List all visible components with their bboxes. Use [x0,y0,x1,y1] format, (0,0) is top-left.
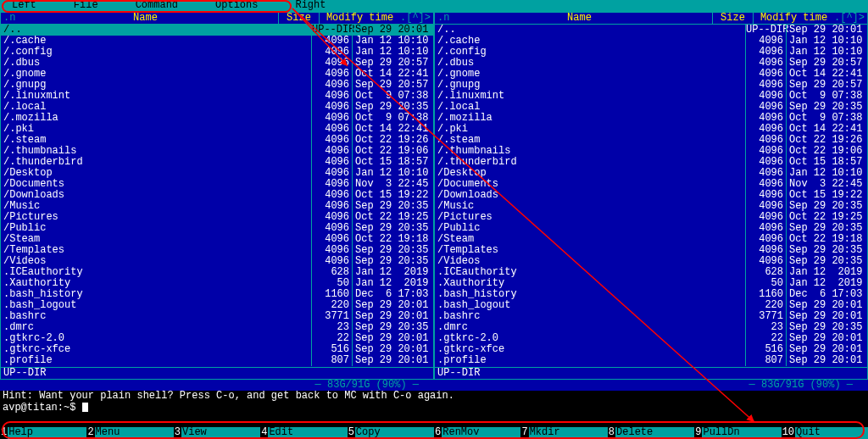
right-rows[interactable]: /..UP--DIRSep 29 20:01/.cache4096Jan 12 … [435,25,867,367]
fkey-num: 10 [782,427,795,439]
header-mtime[interactable]: Modify time [319,13,400,24]
file-name: /Downloads [1,190,311,201]
file-name: /Videos [1,256,311,267]
fkey-label: Help [8,427,33,439]
file-name: /.config [1,47,311,58]
menu-command[interactable]: Command [136,0,178,12]
fkey-view[interactable]: 3View [174,427,260,439]
file-name: .Xauthority [1,278,311,289]
file-name: /Pictures [435,212,745,223]
file-name: .bashrc [1,311,311,322]
fkey-quit[interactable]: 10Quit [782,427,868,439]
file-name: /Steam [1,234,311,245]
fkey-num: 3 [174,427,181,439]
fkey-num: 5 [348,427,355,439]
file-name: /.thumbnails [1,146,311,157]
file-name: /.dbus [1,58,311,69]
file-name: /Desktop [435,168,745,179]
fkey-num: 7 [520,427,528,439]
fkey-copy[interactable]: 5Copy [348,427,434,439]
shell-prompt[interactable]: avp@titan:~$ [0,403,868,414]
fkey-num: 1 [0,427,8,439]
file-name: /Public [435,223,745,234]
fkey-num: 9 [694,427,702,439]
file-mtime: Sep 29 20:01 [786,355,867,366]
fkey-label: Mkdir [529,427,560,439]
file-name: /.. [1,25,311,36]
list-item[interactable]: .profile807Sep 29 20:01 [1,355,433,366]
fkey-label: View [181,427,207,439]
file-name: .gtkrc-xfce [435,344,745,355]
fkey-help[interactable]: 1Help [0,427,86,439]
fkey-num: 4 [260,427,268,439]
header-size[interactable]: Size [278,13,319,24]
file-name: /Public [1,223,311,234]
left-status: UP--DIR [1,367,433,379]
file-name: .gtkrc-xfce [1,344,311,355]
file-name: .gtkrc-2.0 [435,333,745,344]
fkey-menu[interactable]: 2Menu [86,427,173,439]
header-name[interactable]: Name [447,13,712,24]
file-name: /.steam [435,135,745,146]
fkey-label: Menu [95,427,120,439]
file-name: /.linuxmint [435,91,745,102]
file-name: .bash_history [435,289,745,300]
left-diskfree: ─ 83G/91G (90%) ─ [0,380,434,391]
file-name: /.local [1,102,311,113]
file-name: /.pki [435,124,745,135]
fkey-pulldn[interactable]: 9PullDn [694,427,781,439]
file-name: /.cache [435,36,745,47]
fkey-delete[interactable]: 8Delete [608,427,694,439]
file-name: /.thumbnails [435,146,745,157]
file-size: 807 [311,355,352,366]
fkey-num: 6 [434,427,442,439]
left-pane: .nNameSizeModify time.[^]> /..UP--DIRSep… [0,12,434,391]
fkey-label: PullDn [702,427,739,439]
file-name: .ICEauthority [435,267,745,278]
file-name: /.. [435,25,745,36]
file-name: /.linuxmint [1,91,311,102]
file-name: /.local [435,102,745,113]
file-name: .bash_history [1,289,311,300]
header-dotn: .n [1,13,13,24]
file-mtime: Sep 29 20:01 [352,355,433,366]
file-name: .gtkrc-2.0 [1,333,311,344]
file-name: /.thunderbird [435,157,745,168]
header-name[interactable]: Name [13,13,278,24]
file-name: /Music [435,201,745,212]
file-name: /Documents [1,179,311,190]
menu-options[interactable]: Options [215,0,258,12]
fkey-mkdir[interactable]: 7Mkdir [520,427,607,439]
header-corner[interactable]: .[^]> [400,13,433,24]
header-size[interactable]: Size [712,13,753,24]
header-corner[interactable]: .[^]> [834,13,867,24]
menu-left[interactable]: Left [12,0,36,12]
fkey-label: RenMov [442,427,479,439]
right-diskfree: ─ 83G/91G (90%) ─ [434,380,868,391]
file-name: /Downloads [435,190,745,201]
menu-file[interactable]: File [74,0,98,12]
fkey-edit[interactable]: 4Edit [260,427,347,439]
file-name: .profile [435,355,745,366]
list-item[interactable]: .profile807Sep 29 20:01 [435,355,867,366]
fkey-bar: 1Help2Menu3View4Edit5Copy6RenMov7Mkdir8D… [0,427,868,439]
file-name: /.gnupg [435,80,745,91]
header-mtime[interactable]: Modify time [753,13,834,24]
fkey-renmov[interactable]: 6RenMov [434,427,520,439]
file-name: /.mozilla [1,113,311,124]
file-name: .bash_logout [1,300,311,311]
fkey-num: 8 [608,427,615,439]
left-rows[interactable]: /..UP--DIRSep 29 20:01/.cache4096Jan 12 … [1,25,433,367]
file-name: /.cache [1,36,311,47]
file-size: 807 [745,355,786,366]
fkey-label: Copy [355,427,381,439]
file-name: .profile [1,355,311,366]
file-name: /.gnupg [1,80,311,91]
menu-right[interactable]: Right [295,0,326,12]
file-name: /Templates [1,245,311,256]
file-name: /Documents [435,179,745,190]
left-header: .nNameSizeModify time.[^]> [1,13,433,25]
fkey-label: Edit [268,427,293,439]
file-name: /.gnome [1,69,311,80]
file-name: .bashrc [435,311,745,322]
